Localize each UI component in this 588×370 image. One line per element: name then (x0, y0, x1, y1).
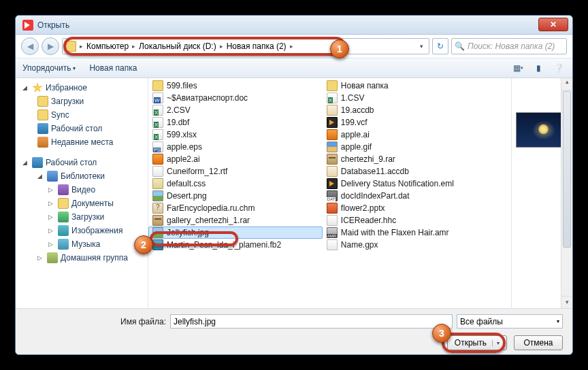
tree-images[interactable]: ▷Изображения (16, 224, 148, 237)
file-item[interactable]: Cuneiform_12.rtf (148, 165, 323, 178)
bottom-panel: Имя файла: Jellyfish.jpg Все файлы▾ Откр… (16, 308, 572, 355)
file-name: default.css (167, 179, 206, 188)
file-item[interactable]: docIdIndexPart.dat (323, 190, 497, 202)
tree-music[interactable]: ▷Музыка (16, 237, 148, 251)
file-item[interactable]: flower2.pptx (323, 202, 497, 214)
tree-libraries[interactable]: ◢Библиотеки (16, 169, 148, 183)
file-item[interactable]: Martin_Pesn_lda_i_plameni.fb2 (148, 239, 323, 251)
refresh-button[interactable]: ↻ (432, 38, 448, 54)
tree-label: Загрузки (71, 212, 104, 222)
tree-favorites[interactable]: ◢Избранное (16, 81, 148, 95)
tree-homegroup[interactable]: ▷Домашняя группа (16, 251, 148, 265)
address-dropdown[interactable]: ▾ (417, 43, 426, 50)
tree-video[interactable]: ▷Видео (16, 183, 148, 197)
file-name: 19.dbf (167, 118, 189, 127)
crumb-folder[interactable]: Новая папка (2) (227, 41, 287, 51)
forward-button[interactable]: ▶ (42, 37, 59, 55)
organize-label: Упорядочить (22, 63, 71, 73)
scroll-thumb[interactable] (563, 91, 571, 248)
file-name: 2.CSV (167, 105, 191, 115)
file-icon (327, 129, 338, 140)
file-icon (152, 166, 163, 177)
search-icon: 🔍 (455, 41, 465, 51)
titlebar: Открыть ✕ (16, 16, 572, 35)
desktop-icon (37, 123, 48, 134)
chevron-icon: ▸ (130, 43, 137, 50)
file-item[interactable]: default.css (148, 178, 323, 190)
file-name: 599.xlsx (167, 130, 197, 139)
file-name: gallery_chertezhi_1.rar (167, 216, 250, 225)
libraries-icon (47, 171, 58, 182)
file-item[interactable]: 599.files (148, 80, 323, 92)
tree-downloads[interactable]: Загрузки (16, 95, 148, 108)
back-button[interactable]: ◀ (21, 37, 39, 55)
tree-desktop-fav[interactable]: Рабочий стол (16, 122, 148, 135)
file-item[interactable]: Database11.accdb (323, 165, 497, 178)
tree-label: Библиотеки (61, 171, 105, 181)
file-icon (327, 154, 338, 165)
file-list[interactable]: 599.files~$Авиатранспорт.doc2.CSV19.dbf5… (148, 78, 511, 308)
file-item[interactable]: apple2.ai (148, 153, 323, 165)
file-icon (327, 166, 338, 177)
file-item[interactable]: 199.vcf (323, 116, 497, 129)
video-icon (58, 184, 69, 195)
file-name: apple2.ai (167, 154, 200, 164)
file-item[interactable]: gallery_chertezhi_1.rar (148, 214, 323, 226)
tree-downloads-lib[interactable]: ▷Загрузки (16, 210, 148, 224)
file-item[interactable]: Jellyfish.jpg (148, 226, 323, 239)
app-icon (22, 20, 33, 31)
views-button[interactable]: ▦▾ (511, 63, 525, 73)
homegroup-icon (47, 252, 58, 263)
file-item[interactable]: apple.eps (148, 141, 323, 153)
annotation-marker-3: 3 (432, 324, 451, 343)
cancel-button[interactable]: Отмена (514, 335, 563, 350)
file-item[interactable]: apple.gif (323, 141, 497, 153)
file-item[interactable]: Delivery Status Notification.eml (323, 178, 497, 190)
file-icon (152, 190, 163, 201)
file-item[interactable]: Новая папка (323, 80, 497, 92)
expand-icon: ▷ (48, 186, 55, 193)
file-item[interactable]: FarEncyclopedia.ru.chm (148, 202, 323, 214)
body: ◢Избранное Загрузки Sync Рабочий стол Не… (16, 78, 572, 308)
filename-value: Jellyfish.jpg (174, 317, 216, 326)
tree-label: Домашняя группа (61, 253, 128, 263)
new-folder-button[interactable]: Новая папка (89, 63, 137, 73)
filter-label: Все файлы (460, 317, 503, 326)
organize-button[interactable]: Упорядочить ▾ (22, 63, 76, 73)
file-item[interactable]: Desert.png (148, 190, 323, 202)
tree-sync[interactable]: Sync (16, 108, 148, 122)
crumb-drive[interactable]: Локальный диск (D:) (139, 41, 216, 51)
tree-desktop[interactable]: ◢Рабочий стол (16, 156, 148, 169)
file-item[interactable]: 19.dbf (148, 116, 323, 129)
file-item[interactable]: 599.xlsx (148, 129, 323, 141)
chevron-icon: ▸ (78, 43, 85, 50)
nav-tree: ◢Избранное Загрузки Sync Рабочий стол Не… (16, 78, 148, 308)
preview-toggle[interactable]: ▮ (532, 63, 545, 73)
open-button[interactable]: Открыть (447, 335, 507, 350)
file-icon (327, 215, 338, 226)
file-name: Jellyfish.jpg (167, 228, 209, 237)
tree-documents[interactable]: ▷Документы (16, 197, 148, 210)
annotation-marker-2: 2 (134, 235, 153, 254)
tree-recent[interactable]: Недавние места (16, 135, 148, 149)
file-name: Desert.png (167, 191, 207, 201)
file-name: 1.CSV (341, 93, 365, 103)
close-button[interactable]: ✕ (538, 18, 568, 31)
file-item[interactable]: Name.gpx (323, 239, 497, 251)
search-box[interactable]: 🔍 Поиск: Новая папка (2) (451, 38, 567, 54)
file-item[interactable]: Maid with the Flaxen Hair.amr (323, 226, 497, 239)
crumb-computer[interactable]: Компьютер (86, 41, 129, 51)
file-item[interactable]: ICEReader.hhc (323, 214, 497, 226)
filter-dropdown[interactable]: Все файлы▾ (457, 314, 563, 329)
scrollbar-vertical[interactable] (561, 78, 572, 308)
file-item[interactable]: 19.accdb (323, 104, 497, 116)
address-bar[interactable]: ▸ Компьютер ▸ Локальный диск (D:) ▸ Нова… (62, 38, 429, 54)
file-icon (327, 190, 338, 201)
filename-input[interactable]: Jellyfish.jpg (170, 314, 453, 329)
file-item[interactable]: 1.CSV (323, 92, 497, 104)
file-item[interactable]: chertezhi_9.rar (323, 153, 497, 165)
help-button[interactable]: ❔ (552, 63, 566, 73)
file-item[interactable]: apple.ai (323, 129, 497, 141)
file-item[interactable]: 2.CSV (148, 104, 323, 116)
file-item[interactable]: ~$Авиатранспорт.doc (148, 92, 323, 104)
